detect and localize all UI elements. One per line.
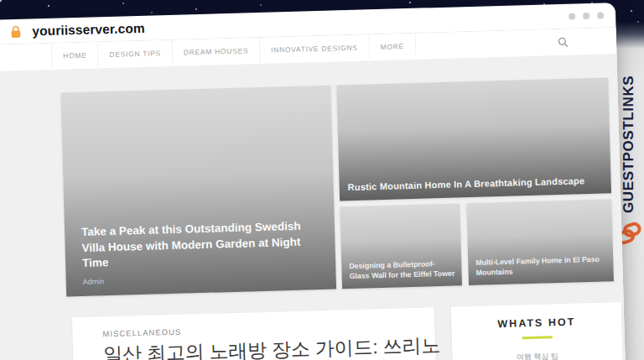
page-body: Take a Peak at this Outstanding Swedish …	[0, 54, 628, 360]
miscellaneous-article-panel[interactable]: MISCELLANEOUS 일산 최고의 노래방 장소 가이드: 쓰리노	[72, 307, 438, 360]
nav-item-more[interactable]: MORE	[369, 34, 416, 60]
nav-item-dream-houses[interactable]: DREAM HOUSES	[172, 38, 260, 65]
browser-window: youriisserver.com HOME DESIGN TIPS DREAM…	[0, 3, 628, 360]
secondary-article-title[interactable]: Rustic Mountain Home In A Breathtaking L…	[348, 175, 603, 192]
small-article-card[interactable]: Multi-Level Family Home in El Paso Mount…	[466, 199, 614, 285]
hero-article-author[interactable]: Admin	[83, 271, 321, 286]
small-article-card[interactable]: Designing a Bulletproof-Glass Wall for t…	[340, 203, 462, 289]
nav-item-innovative-designs[interactable]: INNOVATIVE DESIGNS	[260, 34, 370, 63]
hero-article-title[interactable]: Take a Peak at this Outstanding Swedish …	[81, 218, 320, 272]
ssl-lock-icon	[8, 23, 23, 39]
window-controls[interactable]	[569, 13, 604, 20]
whats-hot-underline	[522, 336, 552, 339]
whats-hot-panel: WHATS HOT 여행 핵심 팁	[451, 302, 625, 360]
search-icon[interactable]	[557, 36, 569, 49]
window-control-dot[interactable]	[569, 13, 575, 19]
hero-article-card[interactable]: Take a Peak at this Outstanding Swedish …	[60, 86, 336, 297]
small-article-title[interactable]: Designing a Bulletproof-Glass Wall for t…	[349, 258, 455, 282]
url-text[interactable]: youriisserver.com	[32, 20, 145, 39]
small-article-title[interactable]: Multi-Level Family Home in El Paso Mount…	[475, 253, 607, 279]
starfield-decoration	[0, 0, 2, 2]
secondary-article-card[interactable]: Rustic Mountain Home In A Breathtaking L…	[336, 77, 611, 201]
nav-item-design-tips[interactable]: DESIGN TIPS	[98, 40, 173, 67]
whats-hot-list-item[interactable]: 여행 핵심 팁	[452, 349, 622, 360]
nav-item-home[interactable]: HOME	[51, 42, 99, 69]
whats-hot-title: WHATS HOT	[451, 315, 621, 331]
window-control-dot[interactable]	[583, 13, 589, 19]
banner-scene: GUESTPOSTLINKS youriisserver.com HOME DE…	[0, 0, 644, 360]
window-control-dot[interactable]	[597, 13, 604, 19]
watermark-label: GUESTPOSTLINKS	[621, 76, 637, 213]
